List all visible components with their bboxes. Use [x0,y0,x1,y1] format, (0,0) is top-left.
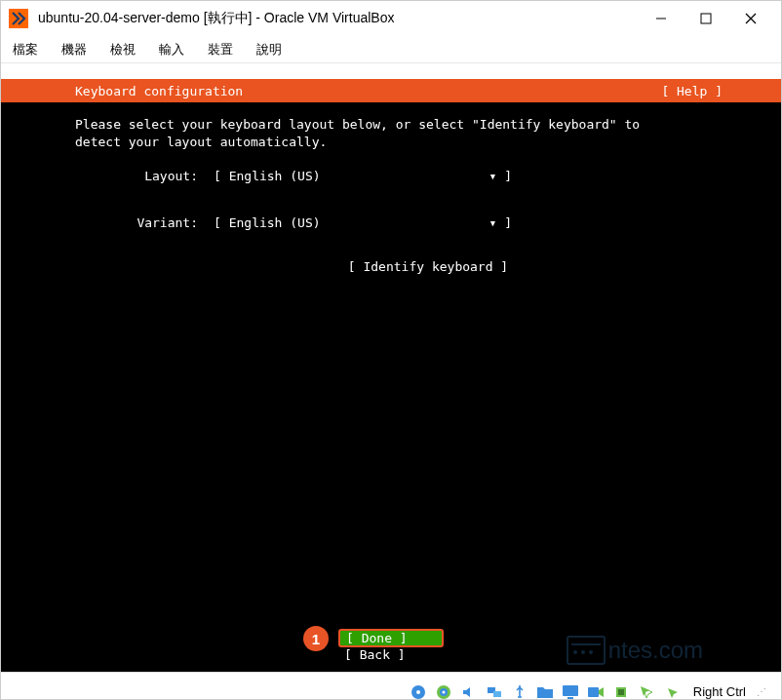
hostkey-label: Right Ctrl [693,684,746,699]
installer-header: Keyboard configuration [ Help ] [1,79,781,102]
layout-dropdown[interactable]: [ English (US) ▾ ] [214,169,533,183]
menu-help[interactable]: 說明 [256,41,282,58]
hard-disk-icon[interactable] [409,682,428,701]
svg-rect-11 [563,685,578,696]
shared-folder-icon[interactable] [535,682,555,701]
layout-label: Layout: [75,169,214,183]
help-link[interactable]: [ Help ] [661,84,723,98]
keyboard-captured-icon[interactable] [662,682,682,701]
maximize-button[interactable] [684,3,728,34]
minimize-button[interactable] [639,3,684,34]
close-button[interactable] [728,3,773,34]
layout-value: [ English (US) [214,169,321,183]
installer-title: Keyboard configuration [75,84,243,98]
done-button[interactable]: [ Done ] [338,629,444,647]
menu-input[interactable]: 輸入 [159,41,184,58]
variant-dropdown[interactable]: [ English (US) ▾ ] [214,215,533,230]
menu-file[interactable]: 檔案 [13,41,38,58]
window-titlebar: ubuntu-20.04-server-demo [執行中] - Oracle … [1,1,781,36]
svg-rect-15 [618,689,624,695]
action-buttons: 1 [ Done ] [ Back ] [1,629,781,662]
back-button[interactable]: [ Back ] [338,647,444,662]
instruction-text: Please select your keyboard layout below… [75,116,707,150]
virtualbox-icon [9,9,28,28]
menu-machine[interactable]: 機器 [61,41,87,58]
chevron-down-icon: ▾ ] [489,215,512,230]
statusbar: Right Ctrl ⋰ [1,672,781,700]
identify-keyboard-button[interactable]: [ Identify keyboard ] [75,259,781,274]
svg-rect-12 [567,697,573,699]
optical-disk-icon[interactable] [434,682,453,701]
svg-rect-13 [588,687,599,697]
menu-devices[interactable]: 裝置 [208,41,233,58]
resize-grip-icon: ⋰ [752,682,771,701]
svg-point-5 [416,690,420,694]
recording-icon[interactable] [586,682,606,701]
svg-rect-10 [493,691,501,697]
window-title: ubuntu-20.04-server-demo [執行中] - Oracle … [38,10,639,27]
menu-view[interactable]: 檢視 [110,41,136,58]
menubar: 檔案 機器 檢視 輸入 裝置 說明 [1,36,781,63]
network-icon[interactable] [485,682,504,701]
chevron-down-icon: ▾ ] [489,169,512,183]
cpu-icon[interactable] [611,682,631,701]
keyboard-form: Layout: [ English (US) ▾ ] Variant: [ En… [1,166,781,274]
usb-icon[interactable] [510,682,529,701]
layout-row: Layout: [ English (US) ▾ ] [75,166,781,185]
variant-row: Variant: [ English (US) ▾ ] [75,213,781,232]
annotation-callout-1: 1 [303,626,329,651]
variant-value: [ English (US) [214,215,321,230]
window-controls [639,3,773,34]
variant-label: Variant: [75,215,214,230]
audio-icon[interactable] [459,682,479,701]
display-icon[interactable] [561,682,580,701]
svg-point-8 [442,690,445,693]
svg-rect-1 [701,14,711,23]
mouse-integration-icon[interactable] [637,682,656,701]
vm-screen: Keyboard configuration [ Help ] Please s… [1,79,781,672]
